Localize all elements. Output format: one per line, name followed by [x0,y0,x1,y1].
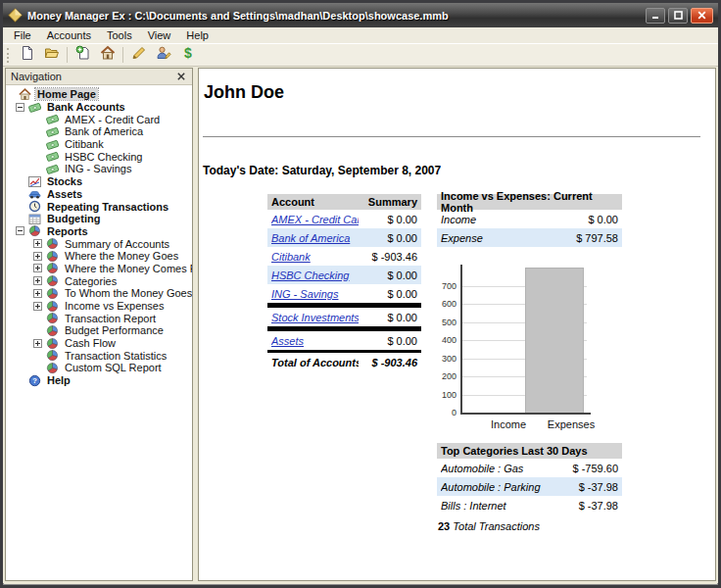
nav-item-reports[interactable]: Reports [6,225,192,238]
account-row: ING - Savings$ 0.00 [267,284,421,303]
nav-item-summary-of-accounts[interactable]: Summary of Accounts [6,237,192,250]
account-link-citibank[interactable]: Citibank [271,251,311,263]
panel-close-icon[interactable] [175,71,187,82]
top-category-row: Automobile : Gas$ -759.60 [437,459,622,477]
account-link-ing-savings[interactable]: ING - Savings [271,288,338,300]
nav-item-transaction-statistics[interactable]: Transaction Statistics [6,349,192,362]
expander-plus-icon[interactable] [33,252,42,261]
expander-plus-icon[interactable] [33,339,42,348]
nav-item-where-the-money-comes-from[interactable]: Where the Money Comes From [6,263,192,275]
nav-item-repeating-transactions[interactable]: Repeating Transactions [6,200,192,213]
account-cell: AMEX - Credit Card [271,214,359,225]
toolbar-button-organize-categories[interactable] [126,45,151,66]
income-expenses-header: Income vs Expenses: Current Month [437,194,622,210]
nav-item-assets[interactable]: Assets [6,188,192,201]
toolbar-button-organize-payees[interactable] [151,45,175,66]
menu-item-view[interactable]: View [140,28,179,43]
nav-item-label: To Whom the Money Goes [63,287,192,299]
menu-item-tools[interactable]: Tools [99,28,140,43]
navigation-panel-header: Navigation [6,69,192,85]
menu-item-accounts[interactable]: Accounts [39,28,99,43]
expander-minus-icon[interactable] [16,103,24,112]
toolbar-button-home[interactable] [95,45,120,66]
toolbar-button-new-file[interactable] [15,45,39,66]
nav-item-custom-sql-report[interactable]: Custom SQL Report [6,362,192,374]
menu-item-help[interactable]: Help [178,28,216,43]
expander-plus-icon[interactable] [33,264,42,272]
nav-item-label: Bank of America [63,125,145,137]
income-expenses-table: Income vs Expenses: Current Month Income… [437,194,622,247]
nav-item-hsbc-checking[interactable]: HSBC Checking [6,150,192,163]
nav-item-bank-of-america[interactable]: Bank of America [6,125,192,138]
accounts-table: Account Summary AMEX - Credit Card$ 0.00… [267,194,421,371]
account-link-bank-of-america[interactable]: Bank of America [271,232,350,244]
account-balance: $ 0.00 [359,270,417,281]
nav-item-help[interactable]: ?Help [6,374,192,387]
minimize-button[interactable] [646,8,665,24]
account-balance: $ 0.00 [359,232,417,244]
nav-item-amex-credit-card[interactable]: AMEX - Credit Card [6,113,192,125]
nav-item-home-page[interactable]: Home Page [6,88,192,101]
nav-item-transaction-report[interactable]: Transaction Report [6,312,192,324]
toolbar-grip[interactable] [7,48,11,63]
account-link-amex-credit-card[interactable]: AMEX - Credit Card [271,214,359,225]
account-link-assets[interactable]: Assets [271,335,304,347]
nav-item-bank-accounts[interactable]: Bank Accounts [6,101,192,114]
account-link-hsbc-checking[interactable]: HSBC Checking [271,270,349,281]
nav-item-label: Budgeting [45,213,102,224]
nav-item-budgeting[interactable]: Budgeting [6,213,192,225]
expander-plus-icon[interactable] [33,289,42,298]
bar-chart: 0100200300400500600700IncomeExpenses [431,263,602,439]
nav-item-label: Home Page [35,88,98,100]
window-title: Money Manager Ex : C:\Documents and Sett… [27,10,643,22]
nav-item-label: Repeating Transactions [45,201,170,213]
nav-item-categories[interactable]: Categories [6,274,192,287]
income-expense-row-value: $ 0.00 [548,214,618,225]
nav-item-cash-flow[interactable]: Cash Flow [6,337,192,350]
account-cell: Stock Investments [271,312,359,323]
navigation-panel-title: Navigation [11,71,175,82]
expander-minus-icon[interactable] [16,226,24,235]
expander-plus-icon[interactable] [33,302,42,311]
total-label: Total of Accounts: [271,357,359,368]
account-row: Bank of America$ 0.00 [267,228,421,247]
income-expense-row-label: Expense [441,232,548,244]
y-tick-label: 600 [431,299,457,309]
nav-item-label: Income vs Expenses [63,300,167,312]
nav-item-income-vs-expenses[interactable]: Income vs Expenses [6,300,192,313]
expander-plus-icon[interactable] [33,276,42,285]
nav-item-where-the-money-goes[interactable]: Where the Money Goes [6,250,192,263]
nav-item-citibank[interactable]: Citibank [6,138,192,151]
nav-item-budget-performance[interactable]: Budget Performance [6,324,192,337]
new-file-icon [20,45,35,65]
svg-text:$: $ [184,45,192,61]
nav-item-to-whom-the-money-goes[interactable]: To Whom the Money Goes [6,287,192,300]
pie-icon [46,274,59,287]
maximize-button[interactable] [668,8,688,24]
app-window: Money Manager Ex : C:\Documents and Sett… [0,0,721,588]
nav-item-label: Where the Money Goes [63,250,180,262]
toolbar-button-new-account[interactable] [71,45,95,66]
x-category-label: Expenses [537,418,605,430]
nav-item-label: Stocks [45,175,84,187]
total-value: $ -903.46 [359,357,417,368]
currency-icon: $ [180,45,196,65]
home-icon [19,88,31,101]
expander-plus-icon[interactable] [33,239,42,248]
nav-item-ing-savings[interactable]: ING - Savings [6,163,192,175]
accounts-table-header: Account Summary [267,194,421,210]
account-link-stock-investments[interactable]: Stock Investments [271,312,359,323]
pie-icon [28,224,41,237]
nav-item-stocks[interactable]: Stocks [6,175,192,188]
close-button[interactable] [691,8,713,24]
y-tick-label: 400 [431,335,457,345]
pie-icon [46,349,59,362]
toolbar-button-currency[interactable]: $ [175,45,200,66]
top-category-row-label: Automobile : Gas [441,463,548,474]
toolbar-separator [67,47,68,63]
pie-icon [46,300,59,313]
toolbar-button-open-file[interactable] [39,45,64,66]
top-category-row-value: $ -37.98 [548,481,618,493]
nav-item-label: AMEX - Credit Card [63,114,162,125]
menu-item-file[interactable]: File [6,28,39,43]
